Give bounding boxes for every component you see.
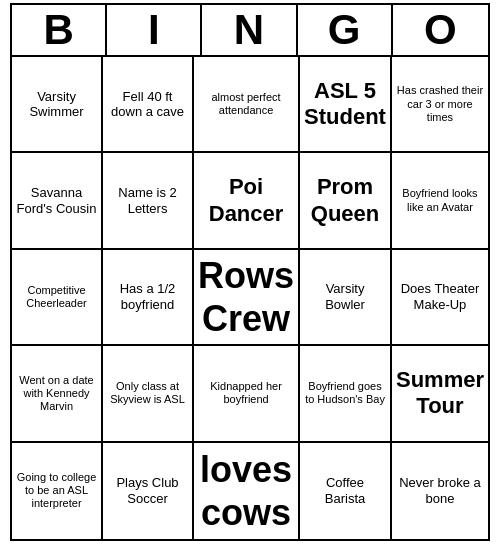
cell-text: Fell 40 ft down a cave bbox=[107, 89, 188, 120]
cell-text: Name is 2 Letters bbox=[107, 185, 188, 216]
cell-text: almost perfect attendance bbox=[198, 91, 294, 117]
bingo-cell[interactable]: Varsity Bowler bbox=[300, 250, 392, 346]
bingo-cell[interactable]: Competitive Cheerleader bbox=[12, 250, 103, 346]
bingo-cell[interactable]: almost perfect attendance bbox=[194, 57, 300, 153]
bingo-cell[interactable]: Poi Dancer bbox=[194, 153, 300, 249]
bingo-cell[interactable]: Kidnapped her boyfriend bbox=[194, 346, 300, 442]
cell-text: Poi Dancer bbox=[198, 174, 294, 227]
cell-text: Has a 1/2 boyfriend bbox=[107, 281, 188, 312]
bingo-cell[interactable]: Coffee Barista bbox=[300, 443, 392, 539]
cell-text: Going to college to be an ASL interprete… bbox=[16, 471, 97, 511]
cell-text: Has crashed their car 3 or more times bbox=[396, 84, 484, 124]
bingo-grid: Varsity SwimmerFell 40 ft down a cavealm… bbox=[12, 57, 488, 539]
cell-text: Varsity Swimmer bbox=[16, 89, 97, 120]
bingo-cell[interactable]: Prom Queen bbox=[300, 153, 392, 249]
cell-text: Never broke a bone bbox=[396, 475, 484, 506]
cell-text: Plays Club Soccer bbox=[107, 475, 188, 506]
bingo-cell[interactable]: Has crashed their car 3 or more times bbox=[392, 57, 488, 153]
bingo-cell[interactable]: Going to college to be an ASL interprete… bbox=[12, 443, 103, 539]
header-letter: N bbox=[202, 5, 297, 55]
cell-text: Went on a date with Kennedy Marvin bbox=[16, 374, 97, 414]
bingo-cell[interactable]: Savanna Ford's Cousin bbox=[12, 153, 103, 249]
cell-text: Kidnapped her boyfriend bbox=[198, 380, 294, 406]
cell-text: Competitive Cheerleader bbox=[16, 284, 97, 310]
bingo-cell[interactable]: Name is 2 Letters bbox=[103, 153, 194, 249]
cell-text: loves cows bbox=[198, 448, 294, 534]
bingo-cell[interactable]: Never broke a bone bbox=[392, 443, 488, 539]
bingo-cell[interactable]: Does Theater Make-Up bbox=[392, 250, 488, 346]
bingo-cell[interactable]: Rows Crew bbox=[194, 250, 300, 346]
bingo-cell[interactable]: Has a 1/2 boyfriend bbox=[103, 250, 194, 346]
bingo-cell[interactable]: Summer Tour bbox=[392, 346, 488, 442]
header-letter: B bbox=[12, 5, 107, 55]
cell-text: Boyfriend goes to Hudson's Bay bbox=[304, 380, 386, 406]
bingo-cell[interactable]: Plays Club Soccer bbox=[103, 443, 194, 539]
bingo-cell[interactable]: Boyfriend goes to Hudson's Bay bbox=[300, 346, 392, 442]
cell-text: Prom Queen bbox=[304, 174, 386, 227]
cell-text: Savanna Ford's Cousin bbox=[16, 185, 97, 216]
bingo-header: BINGO bbox=[12, 5, 488, 57]
bingo-cell[interactable]: Boyfriend looks like an Avatar bbox=[392, 153, 488, 249]
cell-text: Summer Tour bbox=[396, 367, 484, 420]
cell-text: Coffee Barista bbox=[304, 475, 386, 506]
cell-text: ASL 5 Student bbox=[304, 78, 386, 131]
cell-text: Rows Crew bbox=[198, 254, 294, 340]
cell-text: Only class at Skyview is ASL bbox=[107, 380, 188, 406]
header-letter: G bbox=[298, 5, 393, 55]
cell-text: Boyfriend looks like an Avatar bbox=[396, 187, 484, 213]
bingo-cell[interactable]: loves cows bbox=[194, 443, 300, 539]
bingo-cell[interactable]: Went on a date with Kennedy Marvin bbox=[12, 346, 103, 442]
cell-text: Varsity Bowler bbox=[304, 281, 386, 312]
bingo-cell[interactable]: ASL 5 Student bbox=[300, 57, 392, 153]
header-letter: O bbox=[393, 5, 488, 55]
bingo-card: BINGO Varsity SwimmerFell 40 ft down a c… bbox=[10, 3, 490, 541]
header-letter: I bbox=[107, 5, 202, 55]
bingo-cell[interactable]: Varsity Swimmer bbox=[12, 57, 103, 153]
bingo-cell[interactable]: Fell 40 ft down a cave bbox=[103, 57, 194, 153]
cell-text: Does Theater Make-Up bbox=[396, 281, 484, 312]
bingo-cell[interactable]: Only class at Skyview is ASL bbox=[103, 346, 194, 442]
